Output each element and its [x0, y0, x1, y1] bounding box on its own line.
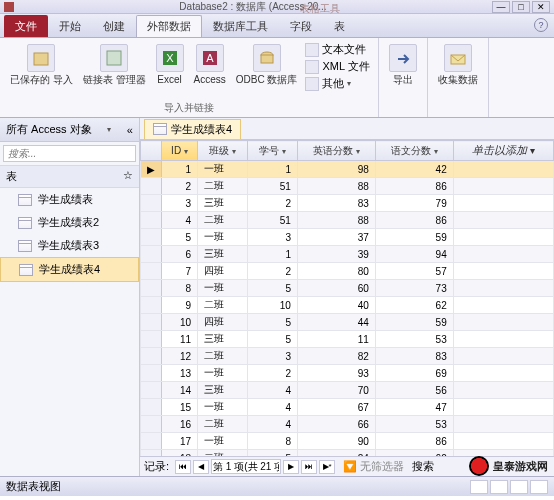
excel-import-button[interactable]: X Excel: [154, 42, 186, 87]
cell[interactable]: 一班: [198, 433, 248, 450]
cell[interactable]: [453, 365, 553, 382]
data-row[interactable]: 7四班28057: [141, 263, 554, 280]
row-selector[interactable]: [141, 178, 162, 195]
cell[interactable]: [453, 212, 553, 229]
cell[interactable]: 一班: [198, 161, 248, 178]
tab-create[interactable]: 创建: [92, 15, 136, 37]
cell[interactable]: [453, 246, 553, 263]
row-selector[interactable]: [141, 280, 162, 297]
row-selector[interactable]: [141, 433, 162, 450]
cell[interactable]: 7: [162, 263, 198, 280]
row-selector[interactable]: [141, 348, 162, 365]
cell[interactable]: 二班: [198, 348, 248, 365]
data-row[interactable]: 15一班46747: [141, 399, 554, 416]
cell[interactable]: 16: [162, 416, 198, 433]
data-row[interactable]: 5一班33759: [141, 229, 554, 246]
cell[interactable]: 83: [375, 348, 453, 365]
design-view-button[interactable]: [490, 480, 508, 494]
row-selector[interactable]: [141, 331, 162, 348]
cell[interactable]: 四班: [198, 263, 248, 280]
record-position-input[interactable]: [211, 459, 281, 474]
row-selector[interactable]: [141, 365, 162, 382]
other-import-button[interactable]: 其他▾: [305, 76, 369, 91]
data-row[interactable]: 8一班56073: [141, 280, 554, 297]
cell[interactable]: 83: [297, 195, 375, 212]
cell[interactable]: 98: [297, 161, 375, 178]
datasheet-view-button[interactable]: [470, 480, 488, 494]
cell[interactable]: 4: [247, 382, 297, 399]
cell[interactable]: 12: [162, 348, 198, 365]
cell[interactable]: 47: [375, 399, 453, 416]
row-selector[interactable]: [141, 416, 162, 433]
cell[interactable]: 90: [297, 433, 375, 450]
nav-category-tables[interactable]: 表 ☆: [0, 166, 139, 188]
cell[interactable]: 二班: [198, 416, 248, 433]
column-dropdown-icon[interactable]: ▾: [184, 147, 188, 156]
tab-fields[interactable]: 字段: [279, 15, 323, 37]
cell[interactable]: 69: [375, 365, 453, 382]
datasheet-grid[interactable]: ID ▾班级 ▾学号 ▾英语分数 ▾语文分数 ▾单击以添加 ▾▶1一班19842…: [140, 140, 554, 456]
cell[interactable]: 82: [297, 348, 375, 365]
data-row[interactable]: 9二班104062: [141, 297, 554, 314]
text-file-import-button[interactable]: 文本文件: [305, 42, 369, 57]
cell[interactable]: 93: [297, 365, 375, 382]
column-dropdown-icon[interactable]: ▾: [282, 147, 286, 156]
cell[interactable]: 51: [247, 212, 297, 229]
row-selector[interactable]: [141, 314, 162, 331]
cell[interactable]: 2: [247, 263, 297, 280]
cell[interactable]: [453, 297, 553, 314]
cell[interactable]: 一班: [198, 399, 248, 416]
cell[interactable]: 一班: [198, 365, 248, 382]
cell[interactable]: 5: [247, 280, 297, 297]
cell[interactable]: 6: [162, 246, 198, 263]
close-button[interactable]: ✕: [532, 1, 550, 13]
row-selector[interactable]: [141, 263, 162, 280]
cell[interactable]: 2: [247, 365, 297, 382]
cell[interactable]: 三班: [198, 246, 248, 263]
cell[interactable]: [453, 280, 553, 297]
cell[interactable]: 10: [162, 314, 198, 331]
column-header[interactable]: 学号 ▾: [247, 141, 297, 161]
cell[interactable]: 二班: [198, 178, 248, 195]
tab-home[interactable]: 开始: [48, 15, 92, 37]
cell[interactable]: 51: [247, 178, 297, 195]
cell[interactable]: [453, 161, 553, 178]
cell[interactable]: 8: [162, 280, 198, 297]
cell[interactable]: 15: [162, 399, 198, 416]
nav-search-input[interactable]: [3, 145, 136, 162]
cell[interactable]: 86: [375, 178, 453, 195]
cell[interactable]: 三班: [198, 195, 248, 212]
data-row[interactable]: 10四班54459: [141, 314, 554, 331]
export-button[interactable]: 导出: [387, 42, 419, 87]
cell[interactable]: 四班: [198, 314, 248, 331]
cell[interactable]: 37: [297, 229, 375, 246]
help-icon[interactable]: ?: [534, 18, 548, 32]
cell[interactable]: 66: [297, 416, 375, 433]
cell[interactable]: 1: [247, 246, 297, 263]
collect-data-button[interactable]: 收集数据: [436, 42, 480, 87]
record-last-button[interactable]: ⏭: [301, 460, 317, 474]
column-dropdown-icon[interactable]: ▾: [356, 147, 360, 156]
cell[interactable]: 5: [247, 314, 297, 331]
data-row[interactable]: 17一班89086: [141, 433, 554, 450]
cell[interactable]: [453, 399, 553, 416]
cell[interactable]: 88: [297, 178, 375, 195]
column-header[interactable]: 语文分数 ▾: [375, 141, 453, 161]
cell[interactable]: 5: [247, 331, 297, 348]
cell[interactable]: 44: [297, 314, 375, 331]
cell[interactable]: 62: [375, 297, 453, 314]
maximize-button[interactable]: □: [512, 1, 530, 13]
cell[interactable]: 三班: [198, 331, 248, 348]
column-header[interactable]: ID ▾: [162, 141, 198, 161]
cell[interactable]: 60: [297, 280, 375, 297]
cell[interactable]: [453, 433, 553, 450]
cell[interactable]: 4: [247, 416, 297, 433]
cell[interactable]: 11: [297, 331, 375, 348]
linked-table-manager-button[interactable]: 链接表 管理器: [81, 42, 148, 87]
row-selector[interactable]: [141, 399, 162, 416]
row-selector[interactable]: ▶: [141, 161, 162, 178]
cell[interactable]: 73: [375, 280, 453, 297]
cell[interactable]: 一班: [198, 229, 248, 246]
cell[interactable]: [453, 195, 553, 212]
column-header[interactable]: 英语分数 ▾: [297, 141, 375, 161]
